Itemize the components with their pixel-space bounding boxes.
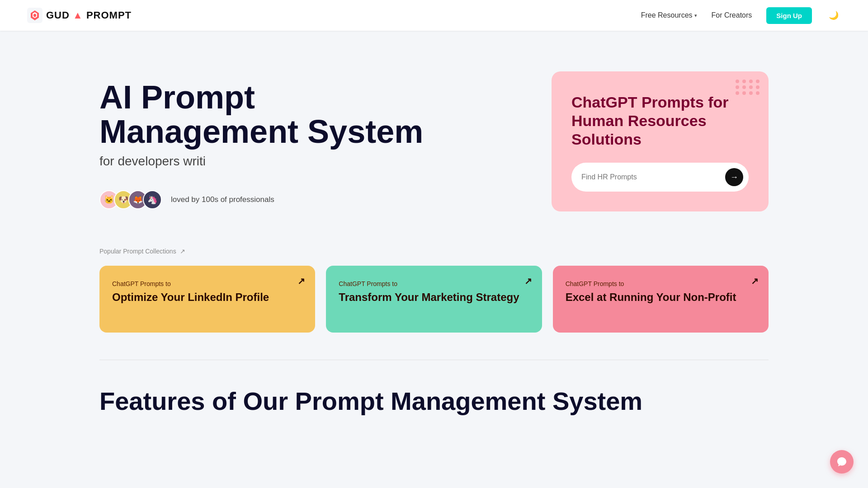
- dark-mode-toggle[interactable]: 🌙: [826, 8, 841, 23]
- collections-section: Popular Prompt Collections ↗ ↗ ChatGPT P…: [0, 239, 868, 360]
- external-link-icon: ↗: [297, 276, 305, 286]
- promo-card: ChatGPT Prompts for Human Resources Solu…: [552, 71, 769, 211]
- dots-decoration: [736, 80, 760, 95]
- chat-support-button[interactable]: [830, 450, 854, 474]
- logo-prompt: PROMPT: [86, 9, 132, 21]
- logo-gud: GUD: [46, 9, 70, 21]
- chevron-down-icon: ▾: [694, 13, 697, 19]
- hero-subtitle: for developers writi: [99, 154, 515, 169]
- hero-left: AI Prompt Management System for develope…: [99, 71, 515, 209]
- avatar-group: 🐱 🐶 🦊 🦄: [99, 190, 157, 209]
- card-title: Transform Your Marketing Strategy: [339, 291, 529, 304]
- search-bar: →: [571, 163, 749, 192]
- arrow-up-right-icon: ↗: [180, 248, 185, 255]
- collections-label: Popular Prompt Collections: [99, 248, 176, 255]
- hero-section: AI Prompt Management System for develope…: [0, 31, 868, 239]
- card-tag: ChatGPT Prompts to: [566, 280, 756, 287]
- collection-card-nonprofit[interactable]: ↗ ChatGPT Prompts to Excel at Running Yo…: [553, 266, 769, 333]
- card-title: Excel at Running Your Non-Profit: [566, 291, 756, 304]
- card-tag: ChatGPT Prompts to: [112, 280, 302, 287]
- chat-icon: [836, 456, 847, 467]
- features-section: Features of Our Prompt Management System: [0, 360, 868, 424]
- signup-button[interactable]: Sign Up: [766, 7, 812, 24]
- logo[interactable]: GUD ▲ PROMPT: [27, 8, 132, 23]
- logo-label: GUD ▲ PROMPT: [46, 9, 132, 21]
- collections-grid: ↗ ChatGPT Prompts to Optimize Your Linke…: [99, 266, 769, 333]
- nav-links: Free Resources ▾ For Creators Sign Up 🌙: [641, 7, 841, 24]
- nav-for-creators[interactable]: For Creators: [712, 11, 752, 19]
- search-button[interactable]: →: [725, 168, 743, 186]
- promo-card-title: ChatGPT Prompts for Human Resources Solu…: [571, 93, 749, 148]
- navbar: GUD ▲ PROMPT Free Resources ▾ For Creato…: [0, 0, 868, 31]
- external-link-icon: ↗: [524, 276, 532, 286]
- collection-card-linkedin[interactable]: ↗ ChatGPT Prompts to Optimize Your Linke…: [99, 266, 315, 333]
- hero-title: AI Prompt Management System: [99, 80, 515, 149]
- search-input[interactable]: [581, 173, 721, 181]
- collection-card-marketing[interactable]: ↗ ChatGPT Prompts to Transform Your Mark…: [326, 266, 542, 333]
- card-tag: ChatGPT Prompts to: [339, 280, 529, 287]
- avatars-row: 🐱 🐶 🦊 🦄 loved by 100s of professionals: [99, 190, 515, 209]
- collections-header: Popular Prompt Collections ↗: [99, 248, 769, 255]
- logo-icon: [27, 8, 42, 23]
- features-title: Features of Our Prompt Management System: [99, 387, 769, 415]
- avatar: 🦄: [143, 190, 162, 209]
- card-title: Optimize Your LinkedIn Profile: [112, 291, 302, 304]
- external-link-icon: ↗: [751, 276, 759, 286]
- hero-right: ChatGPT Prompts for Human Resources Solu…: [552, 71, 769, 211]
- loved-text: loved by 100s of professionals: [171, 195, 274, 204]
- nav-free-resources[interactable]: Free Resources ▾: [641, 11, 697, 19]
